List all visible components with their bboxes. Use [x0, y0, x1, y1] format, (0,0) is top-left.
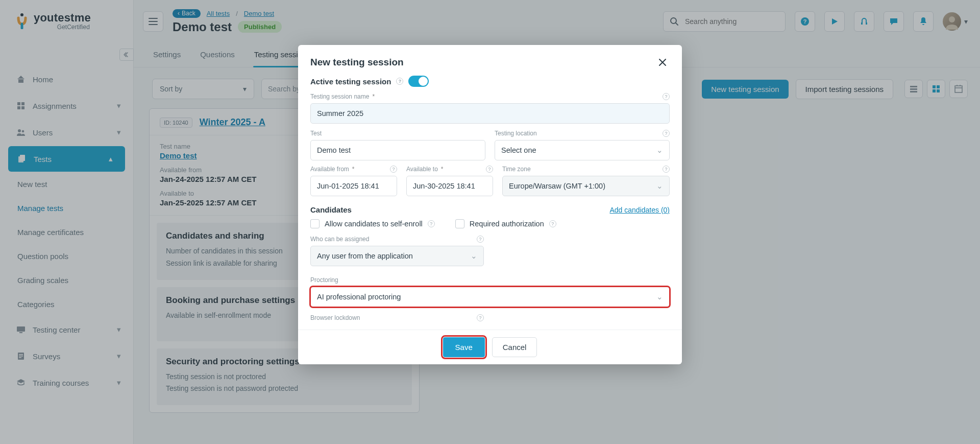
checkbox[interactable]: [455, 219, 464, 228]
field-label: Time zone: [502, 166, 531, 173]
modal-overlay: New testing session Active testing sessi…: [0, 0, 980, 444]
available-from-input[interactable]: Jun-01-2025 18:41: [310, 176, 397, 196]
input-value: Jun-01-2025 18:41: [317, 182, 379, 190]
who-assigned-select[interactable]: Any user from the application⌄: [310, 246, 484, 266]
cancel-button[interactable]: Cancel: [492, 337, 537, 357]
add-candidates-link[interactable]: Add candidates (0): [609, 206, 670, 214]
location-select[interactable]: Select one⌄: [495, 140, 670, 160]
field-label: Who can be assigned: [310, 236, 369, 243]
select-value: Select one: [501, 146, 536, 154]
checkbox-label: Allow candidates to self-enroll: [325, 220, 423, 228]
chevron-down-icon: ⌄: [471, 252, 477, 260]
info-icon[interactable]: ?: [486, 166, 493, 173]
input-value: Demo test: [317, 146, 351, 154]
info-icon[interactable]: ?: [549, 220, 556, 227]
field-label: Testing session name: [310, 93, 369, 100]
info-icon[interactable]: ?: [390, 166, 397, 173]
chevron-down-icon: ⌄: [656, 146, 663, 154]
checkbox-label: Required authorization: [470, 220, 544, 228]
required-auth-option[interactable]: Required authorization ?: [455, 219, 556, 228]
save-button[interactable]: Save: [443, 337, 485, 357]
field-label: Proctoring: [310, 276, 338, 284]
checkbox[interactable]: [310, 219, 320, 228]
active-label: Active testing session: [310, 77, 391, 86]
field-label: Browser lockdown: [310, 314, 360, 321]
session-name-input[interactable]: Summer 2025: [310, 103, 670, 124]
info-icon[interactable]: ?: [477, 236, 484, 243]
available-to-input[interactable]: Jun-30-2025 18:41: [406, 176, 493, 196]
modal-title: New testing session: [310, 57, 404, 68]
self-enroll-option[interactable]: Allow candidates to self-enroll ?: [310, 219, 435, 228]
info-icon[interactable]: ?: [663, 93, 670, 100]
info-icon[interactable]: ?: [396, 78, 403, 85]
field-label: Available to: [406, 166, 438, 173]
select-value: Europe/Warsaw (GMT +1:00): [509, 182, 605, 190]
active-session-row: Active testing session ?: [310, 76, 670, 87]
info-icon[interactable]: ?: [428, 220, 435, 227]
info-icon[interactable]: ?: [663, 130, 670, 137]
timezone-select[interactable]: Europe/Warsaw (GMT +1:00)⌄: [502, 176, 670, 196]
info-icon[interactable]: ?: [477, 314, 484, 321]
info-icon[interactable]: ?: [663, 166, 670, 173]
test-input[interactable]: Demo test: [310, 140, 485, 160]
field-label: Available from: [310, 166, 349, 173]
field-label: Test: [310, 130, 322, 137]
modal-close-button[interactable]: [655, 55, 670, 69]
chevron-down-icon: ⌄: [656, 182, 663, 190]
new-session-modal: New testing session Active testing sessi…: [298, 45, 682, 364]
active-toggle[interactable]: [408, 76, 429, 87]
select-value: AI professional proctoring: [317, 293, 401, 301]
chevron-down-icon: ⌄: [656, 293, 663, 301]
modal-footer: Save Cancel: [298, 330, 682, 364]
input-value: Summer 2025: [317, 109, 363, 118]
candidates-heading: Candidates: [310, 205, 352, 214]
input-value: Jun-30-2025 18:41: [413, 182, 475, 190]
proctoring-select[interactable]: AI professional proctoring⌄: [310, 287, 670, 307]
field-label: Testing location: [495, 130, 537, 137]
select-value: Any user from the application: [317, 252, 413, 260]
